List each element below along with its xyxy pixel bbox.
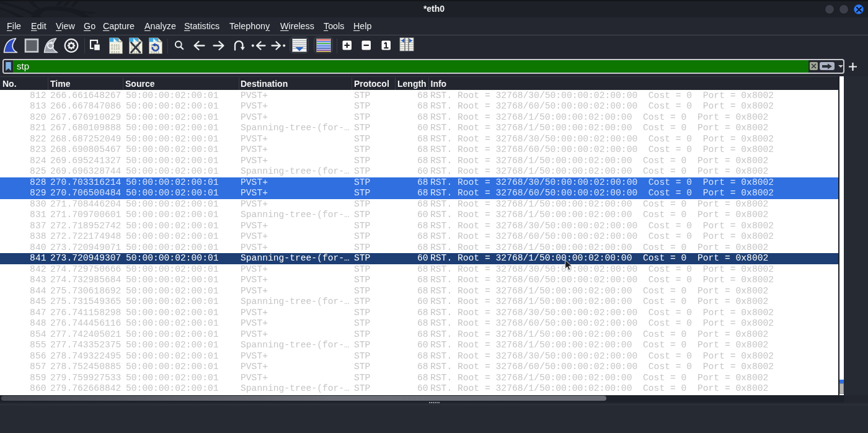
svg-text:0111: 0111 bbox=[111, 50, 120, 54]
